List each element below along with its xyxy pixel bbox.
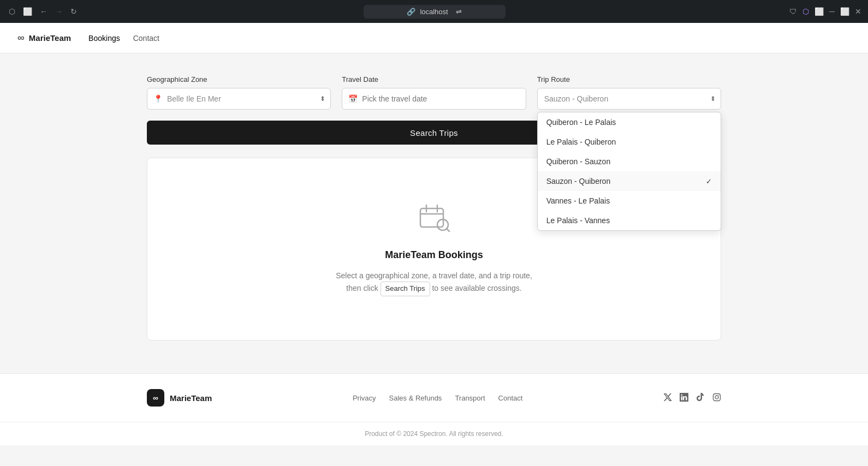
route-option-label-3: Sauzon - Quiberon (546, 177, 611, 186)
footer-link-privacy[interactable]: Privacy (353, 394, 376, 402)
trip-route-group: Trip Route ⬍ Quiberon - Le Palais Le Pal… (537, 75, 721, 110)
selected-checkmark: ✓ (706, 177, 712, 186)
route-option-0[interactable]: Quiberon - Le Palais (538, 112, 721, 132)
route-option-4[interactable]: Vannes - Le Palais (538, 191, 721, 211)
route-option-label-4: Vannes - Le Palais (546, 196, 610, 205)
minimize-icon[interactable]: ─ (829, 7, 835, 16)
svg-line-5 (447, 229, 449, 231)
svg-rect-6 (713, 393, 720, 401)
browser-nav-group: ⬡ ⬜ ← → ↻ (7, 5, 79, 18)
footer-brand-name: MarieTeam (170, 393, 212, 403)
browser-chrome: ⬡ ⬜ ← → ↻ 🔗 localhost ⇌ 🛡 ⬡ ⬜ ─ ⬜ ✕ (0, 0, 868, 23)
twitter-x-icon[interactable] (663, 393, 672, 403)
link-icon: 🔗 (407, 8, 415, 16)
instagram-icon[interactable] (712, 393, 721, 403)
refresh-button[interactable]: ↻ (68, 5, 79, 18)
geo-input[interactable] (147, 88, 331, 110)
geo-label: Geographical Zone (147, 75, 331, 83)
brand-name: MarieTeam (29, 33, 71, 43)
browser-actions: 🛡 ⬡ ⬜ ─ ⬜ ✕ (789, 7, 861, 16)
footer-logo-char: ∞ (153, 393, 158, 402)
geo-zone-group: Geographical Zone 📍 ⬍ (147, 75, 331, 110)
shield-icon[interactable]: 🛡 (789, 7, 797, 16)
route-option-label-1: Le Palais - Quiberon (546, 138, 616, 146)
svg-point-7 (715, 396, 718, 399)
footer-logo: ∞ (147, 389, 164, 407)
url-text[interactable]: localhost (420, 8, 448, 16)
route-option-3[interactable]: Sauzon - Quiberon ✓ (538, 171, 721, 191)
nav-bookings[interactable]: Bookings (88, 34, 120, 43)
empty-desc-mid: then click (346, 284, 378, 292)
svg-point-8 (718, 395, 720, 396)
date-input-wrapper: 📅 (342, 88, 526, 110)
brand-infinity-icon: ∞ (17, 32, 25, 44)
route-option-label-5: Le Palais - Vannes (546, 216, 610, 225)
tiktok-icon[interactable] (696, 393, 705, 403)
travel-date-group: Travel Date 📅 (342, 75, 526, 110)
route-option-5[interactable]: Le Palais - Vannes (538, 211, 721, 230)
back-button[interactable]: ← (38, 5, 50, 18)
copyright-text: Product of © 2024 Spectron. All rights r… (365, 430, 503, 438)
address-bar: 🔗 localhost ⇌ (84, 5, 785, 19)
footer-link-transport[interactable]: Transport (455, 394, 485, 402)
route-input-wrapper: ⬍ (537, 88, 721, 110)
route-dropdown: Quiberon - Le Palais Le Palais - Quibero… (537, 112, 721, 231)
browser-menu-icon[interactable]: ⬡ (7, 5, 17, 18)
svg-rect-0 (420, 208, 443, 227)
top-nav: ∞ MarieTeam Bookings Contact (0, 23, 868, 53)
nav-links: Bookings Contact (88, 34, 159, 43)
footer-brand: ∞ MarieTeam (147, 389, 212, 407)
route-option-label-0: Quiberon - Le Palais (546, 118, 616, 127)
route-label: Trip Route (537, 75, 721, 83)
maximize-icon[interactable]: ⬜ (840, 7, 849, 16)
geo-input-wrapper: 📍 ⬍ (147, 88, 331, 110)
footer-main: ∞ MarieTeam Privacy Sales & Refunds Tran… (134, 374, 734, 422)
restore-icon[interactable]: ⬜ (815, 7, 824, 16)
footer-bottom: Product of © 2024 Spectron. All rights r… (0, 422, 868, 445)
route-option-2[interactable]: Quiberon - Sauzon (538, 152, 721, 171)
route-option-label-2: Quiberon - Sauzon (546, 157, 611, 166)
footer-link-contact[interactable]: Contact (498, 394, 523, 402)
empty-search-trips-inline: Search Trips (381, 282, 430, 296)
route-input[interactable] (537, 88, 721, 110)
extension-icon[interactable]: ⬡ (802, 7, 809, 16)
empty-state-title: MarieTeam Bookings (385, 249, 483, 261)
footer-link-sales[interactable]: Sales & Refunds (389, 394, 442, 402)
forward-button[interactable]: → (53, 5, 65, 18)
date-input[interactable] (342, 88, 526, 110)
main-content: Geographical Zone 📍 ⬍ Travel Date 📅 Trip… (134, 53, 734, 373)
footer-socials (663, 393, 721, 403)
tune-icon[interactable]: ⇌ (456, 8, 462, 16)
brand-logo[interactable]: ∞ MarieTeam (17, 32, 71, 44)
empty-desc-before: Select a geographical zone, a travel dat… (336, 271, 532, 280)
nav-contact[interactable]: Contact (133, 34, 159, 43)
footer-links: Privacy Sales & Refunds Transport Contac… (353, 394, 522, 402)
browser-tabs-icon[interactable]: ⬜ (21, 5, 34, 18)
search-form: Geographical Zone 📍 ⬍ Travel Date 📅 Trip… (147, 75, 721, 145)
empty-state-icon (418, 202, 450, 241)
date-label: Travel Date (342, 75, 526, 83)
linkedin-icon[interactable] (680, 393, 688, 403)
empty-state-description: Select a geographical zone, a travel dat… (336, 270, 532, 296)
close-icon[interactable]: ✕ (855, 7, 861, 16)
route-option-1[interactable]: Le Palais - Quiberon (538, 132, 721, 152)
empty-desc-after: to see available crossings. (432, 284, 521, 292)
footer: ∞ MarieTeam Privacy Sales & Refunds Tran… (0, 373, 868, 445)
